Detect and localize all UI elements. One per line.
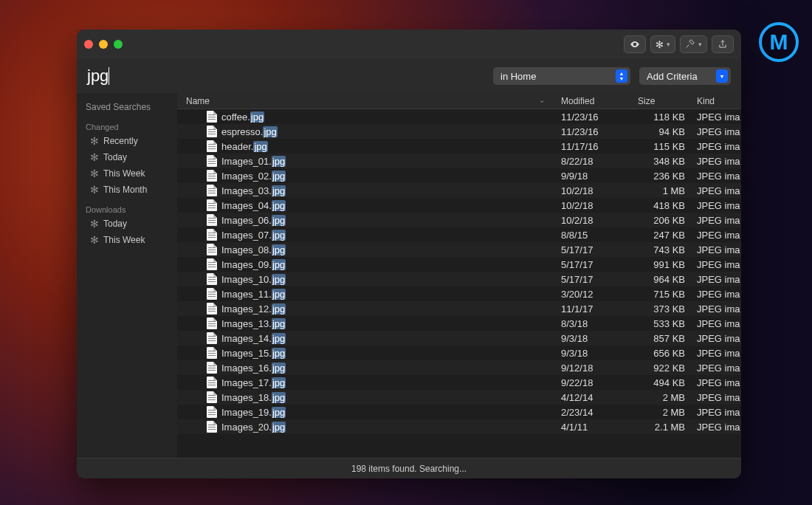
results-list[interactable]: coffee.jpg11/23/16118 KBJPEG imaespresso… bbox=[177, 109, 741, 458]
cell-size: 494 KB bbox=[632, 377, 691, 388]
app-window: ✻▾ ▾ jpg in Home ▲▼ Add Criteria ▼ Saved… bbox=[77, 30, 741, 478]
table-row[interactable]: Images_15.jpg9/3/18656 KBJPEG ima bbox=[177, 346, 741, 360]
hammer-icon bbox=[685, 38, 695, 51]
minimize-window-button[interactable] bbox=[99, 40, 108, 49]
file-icon bbox=[207, 273, 217, 285]
sidebar-item-label: This Week bbox=[103, 167, 145, 180]
column-header-modified[interactable]: Modified bbox=[555, 96, 632, 106]
sidebar-item[interactable]: ✻This Week bbox=[77, 165, 177, 182]
table-row[interactable]: Images_04.jpg10/2/18418 KBJPEG ima bbox=[177, 198, 741, 213]
scope-dropdown[interactable]: in Home ▲▼ bbox=[493, 67, 630, 85]
table-row[interactable]: Images_10.jpg5/17/17964 KBJPEG ima bbox=[177, 272, 741, 286]
search-row: jpg in Home ▲▼ Add Criteria ▼ bbox=[77, 59, 741, 93]
table-row[interactable]: Images_03.jpg10/2/181 MBJPEG ima bbox=[177, 183, 741, 198]
file-name: Images_12.jpg bbox=[221, 303, 286, 315]
column-header-name[interactable]: Name ⌄ bbox=[177, 96, 555, 106]
table-row[interactable]: espresso.jpg11/23/1694 KBJPEG ima bbox=[177, 124, 741, 139]
cell-kind: JPEG ima bbox=[691, 422, 741, 433]
gear-icon: ✻ bbox=[90, 217, 99, 230]
table-row[interactable]: Images_16.jpg9/12/18922 KBJPEG ima bbox=[177, 360, 741, 375]
table-row[interactable]: Images_09.jpg5/17/17991 KBJPEG ima bbox=[177, 257, 741, 272]
file-icon bbox=[207, 288, 217, 300]
cell-name: Images_13.jpg bbox=[177, 317, 555, 329]
tools-menu-button[interactable]: ▾ bbox=[680, 35, 707, 53]
table-row[interactable]: Images_19.jpg2/23/142 MBJPEG ima bbox=[177, 405, 741, 419]
zoom-window-button[interactable] bbox=[114, 40, 123, 49]
sidebar-item[interactable]: ✻Recently bbox=[77, 133, 177, 149]
cell-size: 236 KB bbox=[632, 171, 691, 182]
sidebar-item[interactable]: ✻This Week bbox=[77, 232, 177, 248]
table-row[interactable]: header.jpg11/17/16115 KBJPEG ima bbox=[177, 139, 741, 154]
table-row[interactable]: Images_08.jpg5/17/17743 KBJPEG ima bbox=[177, 242, 741, 257]
file-name: coffee.jpg bbox=[221, 111, 264, 123]
cell-name: Images_03.jpg bbox=[177, 185, 555, 196]
table-row[interactable]: Images_20.jpg4/1/112.1 MBJPEG ima bbox=[177, 419, 741, 434]
table-row[interactable]: Images_13.jpg8/3/18533 KBJPEG ima bbox=[177, 316, 741, 331]
cell-size: 743 KB bbox=[632, 244, 691, 255]
text-cursor bbox=[109, 67, 109, 85]
cell-modified: 11/23/16 bbox=[555, 111, 632, 123]
table-row[interactable]: Images_17.jpg9/22/18494 KBJPEG ima bbox=[177, 375, 741, 390]
cell-kind: JPEG ima bbox=[691, 200, 741, 211]
quicklook-button[interactable] bbox=[624, 35, 646, 53]
sidebar-item-label: This Week bbox=[103, 233, 145, 247]
file-icon bbox=[207, 421, 217, 433]
cell-modified: 4/12/14 bbox=[555, 392, 632, 403]
cell-kind: JPEG ima bbox=[691, 259, 741, 270]
settings-menu-button[interactable]: ✻▾ bbox=[650, 35, 675, 53]
table-row[interactable]: Images_07.jpg8/8/15247 KBJPEG ima bbox=[177, 227, 741, 242]
add-criteria-label: Add Criteria bbox=[647, 71, 716, 82]
cell-modified: 8/22/18 bbox=[555, 156, 632, 167]
cell-modified: 3/20/12 bbox=[555, 289, 632, 300]
sidebar-item[interactable]: ✻Today bbox=[77, 216, 177, 232]
cell-size: 2 MB bbox=[632, 392, 691, 403]
table-row[interactable]: Images_06.jpg10/2/18206 KBJPEG ima bbox=[177, 213, 741, 227]
cell-size: 656 KB bbox=[632, 348, 691, 359]
chevron-down-icon: ▾ bbox=[698, 41, 702, 48]
add-criteria-dropdown[interactable]: Add Criteria ▼ bbox=[639, 67, 731, 85]
file-icon bbox=[207, 347, 217, 359]
cell-kind: JPEG ima bbox=[691, 156, 741, 167]
cell-kind: JPEG ima bbox=[691, 274, 741, 285]
column-header-size[interactable]: Size bbox=[632, 96, 691, 106]
chevron-down-icon: ▾ bbox=[667, 41, 670, 48]
share-button[interactable] bbox=[712, 35, 734, 53]
search-input[interactable]: jpg bbox=[87, 65, 309, 87]
cell-size: 206 KB bbox=[632, 215, 691, 226]
file-name: Images_06.jpg bbox=[221, 215, 286, 226]
table-row[interactable]: Images_01.jpg8/22/18348 KBJPEG ima bbox=[177, 154, 741, 168]
file-icon bbox=[207, 332, 217, 344]
table-row[interactable]: coffee.jpg11/23/16118 KBJPEG ima bbox=[177, 109, 741, 124]
close-window-button[interactable] bbox=[84, 40, 93, 49]
cell-name: Images_10.jpg bbox=[177, 273, 555, 285]
cell-size: 247 KB bbox=[632, 230, 691, 241]
file-icon bbox=[207, 317, 217, 329]
cell-modified: 11/17/16 bbox=[555, 141, 632, 152]
table-row[interactable]: Images_02.jpg9/9/18236 KBJPEG ima bbox=[177, 168, 741, 183]
table-row[interactable]: Images_14.jpg9/3/18857 KBJPEG ima bbox=[177, 331, 741, 346]
file-icon bbox=[207, 303, 217, 315]
file-name: Images_18.jpg bbox=[221, 392, 286, 403]
column-header-kind[interactable]: Kind bbox=[691, 96, 741, 106]
cell-modified: 5/17/17 bbox=[555, 274, 632, 285]
cell-kind: JPEG ima bbox=[691, 407, 741, 418]
cell-name: Images_08.jpg bbox=[177, 244, 555, 255]
sidebar-item[interactable]: ✻This Month bbox=[77, 182, 177, 198]
table-row[interactable]: Images_11.jpg3/20/12715 KBJPEG ima bbox=[177, 286, 741, 301]
file-icon bbox=[207, 140, 217, 152]
file-name: Images_09.jpg bbox=[221, 259, 286, 270]
cell-kind: JPEG ima bbox=[691, 171, 741, 182]
titlebar: ✻▾ ▾ bbox=[77, 30, 741, 59]
cell-modified: 11/1/17 bbox=[555, 303, 632, 315]
cell-modified: 4/1/11 bbox=[555, 422, 632, 433]
file-name: Images_13.jpg bbox=[221, 318, 286, 329]
sidebar-item[interactable]: ✻Today bbox=[77, 149, 177, 165]
gear-icon: ✻ bbox=[90, 134, 99, 148]
file-name: Images_03.jpg bbox=[221, 185, 286, 196]
file-icon bbox=[207, 258, 217, 270]
cell-kind: JPEG ima bbox=[691, 377, 741, 388]
table-row[interactable]: Images_18.jpg4/12/142 MBJPEG ima bbox=[177, 390, 741, 405]
cell-kind: JPEG ima bbox=[691, 348, 741, 359]
table-row[interactable]: Images_12.jpg11/1/17373 KBJPEG ima bbox=[177, 301, 741, 316]
cell-modified: 10/2/18 bbox=[555, 215, 632, 226]
